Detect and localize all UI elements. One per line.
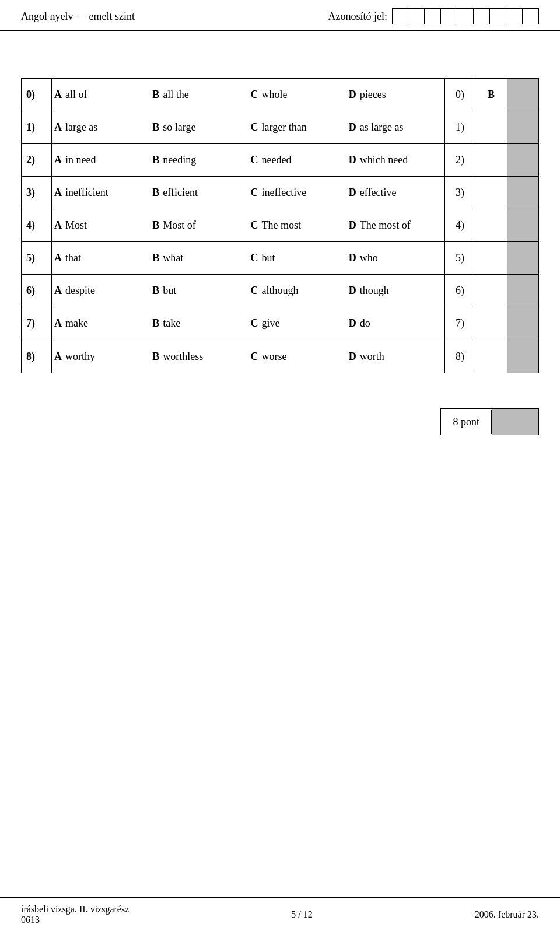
q-options-3: A inefficient B efficient C ineffective …: [52, 177, 444, 209]
opt-3-D: D effective: [346, 187, 444, 199]
q-num-4: 4): [22, 209, 52, 242]
q-num-3: 3): [22, 177, 52, 209]
opt-3-C: C ineffective: [249, 187, 346, 199]
question-row-7: 7) A make B take C give D do: [22, 307, 538, 340]
answer-blank-7[interactable]: [475, 307, 507, 340]
opt-letter: D: [349, 89, 356, 101]
opt-6-B: B but: [150, 285, 248, 297]
q-answer-3: 3): [444, 177, 538, 209]
q-num-5: 5): [22, 242, 52, 274]
opt-5-C: C but: [249, 252, 346, 264]
opt-7-A: A make: [52, 317, 150, 330]
answer-num-0: 0): [445, 79, 475, 111]
azonosito-section: Azonosító jel:: [328, 8, 540, 24]
q-options-6: A despite B but C although D though: [52, 275, 444, 307]
opt-2-D: D which need: [346, 154, 444, 166]
azonosito-box-5[interactable]: [457, 8, 474, 24]
score-value-box[interactable]: [492, 409, 538, 435]
opt-text: pieces: [360, 89, 386, 101]
opt-1-A: A large as: [52, 121, 150, 134]
azonosito-box-9[interactable]: [523, 8, 539, 24]
q-num-0: 0): [22, 79, 52, 111]
q-answer-2: 2): [444, 144, 538, 176]
q-num-6: 6): [22, 275, 52, 307]
answer-blank-3[interactable]: [475, 177, 507, 209]
q-answer-5: 5): [444, 242, 538, 274]
answer-blank-2[interactable]: [475, 144, 507, 176]
azonosito-box-6[interactable]: [474, 8, 490, 24]
answer-blank-1[interactable]: [475, 111, 507, 144]
answer-num-7: 7): [445, 307, 475, 340]
answer-blank-6[interactable]: [475, 275, 507, 307]
opt-6-C: C although: [249, 285, 346, 297]
header-title: Angol nyelv — emelt szint: [21, 10, 135, 23]
azonosito-box-7[interactable]: [490, 8, 506, 24]
opt-letter: C: [251, 89, 258, 101]
q-num-2: 2): [22, 144, 52, 176]
opt-2-C: C needed: [249, 154, 346, 166]
azonosito-box-8[interactable]: [506, 8, 523, 24]
footer-date: 2006. február 23.: [475, 909, 539, 920]
q-num-7: 7): [22, 307, 52, 340]
answer-shaded-1: [507, 111, 538, 144]
opt-5-A: A that: [52, 252, 150, 264]
opt-4-D: D The most of: [346, 219, 444, 232]
answer-blank-8[interactable]: [475, 340, 507, 373]
question-row-8: 8) A worthy B worthless C worse D worth: [22, 340, 538, 373]
footer-page: 5 / 12: [291, 909, 312, 920]
opt-1-D: D as large as: [346, 121, 444, 134]
opt-8-C: C worse: [249, 351, 346, 363]
azonosito-label: Azonosító jel:: [328, 10, 388, 23]
azonosito-box-1[interactable]: [392, 8, 408, 24]
opt-8-A: A worthy: [52, 351, 150, 363]
question-row-5: 5) A that B what C but D who: [22, 242, 538, 275]
q-options-8: A worthy B worthless C worse D worth: [52, 340, 444, 373]
opt-1-C: C larger than: [249, 121, 346, 134]
azonosito-box-4[interactable]: [441, 8, 457, 24]
azonosito-boxes: [392, 8, 539, 24]
answer-blank-0[interactable]: B: [475, 79, 507, 111]
opt-7-D: D do: [346, 317, 444, 330]
opt-1-B: B so large: [150, 121, 248, 134]
opt-5-B: B what: [150, 252, 248, 264]
opt-4-B: B Most of: [150, 219, 248, 232]
answer-shaded-5: [507, 242, 538, 274]
answer-shaded-3: [507, 177, 538, 209]
q-options-1: A large as B so large C larger than D as…: [52, 111, 444, 144]
opt-7-B: B take: [150, 317, 248, 330]
opt-text: all the: [163, 89, 188, 101]
questions-table: 0) A all of B all the C whole D pieces: [21, 78, 539, 373]
answer-shaded-0: [507, 79, 538, 111]
q-answer-4: 4): [444, 209, 538, 242]
score-label: 8 pont: [441, 410, 492, 434]
opt-7-C: C give: [249, 317, 346, 330]
answer-num-2: 2): [445, 144, 475, 176]
q-answer-1: 1): [444, 111, 538, 144]
opt-0-D: D pieces: [346, 89, 444, 101]
q-options-4: A Most B Most of C The most D The most o…: [52, 209, 444, 242]
opt-6-A: A despite: [52, 285, 150, 297]
question-row-2: 2) A in need B needing C needed D which …: [22, 144, 538, 177]
page-footer: írásbeli vizsga, II. vizsgarész 0613 5 /…: [0, 897, 560, 931]
opt-letter: B: [152, 89, 159, 101]
answer-blank-4[interactable]: [475, 209, 507, 242]
answer-blank-5[interactable]: [475, 242, 507, 274]
answer-shaded-8: [507, 340, 538, 373]
opt-8-B: B worthless: [150, 351, 248, 363]
azonosito-box-2[interactable]: [408, 8, 425, 24]
q-options-2: A in need B needing C needed D which nee…: [52, 144, 444, 176]
q-options-7: A make B take C give D do: [52, 307, 444, 340]
opt-2-A: A in need: [52, 154, 150, 166]
opt-text: whole: [262, 89, 288, 101]
score-section: 8 pont: [21, 408, 539, 435]
question-row-0: 0) A all of B all the C whole D pieces: [22, 79, 538, 111]
answer-num-6: 6): [445, 275, 475, 307]
answer-num-5: 5): [445, 242, 475, 274]
score-box: 8 pont: [440, 408, 539, 435]
answer-num-4: 4): [445, 209, 475, 242]
q-answer-8: 8): [444, 340, 538, 373]
q-num-8: 8): [22, 340, 52, 373]
question-row-6: 6) A despite B but C although D though: [22, 275, 538, 307]
azonosito-box-3[interactable]: [425, 8, 441, 24]
footer-line2: 0613: [21, 915, 129, 925]
